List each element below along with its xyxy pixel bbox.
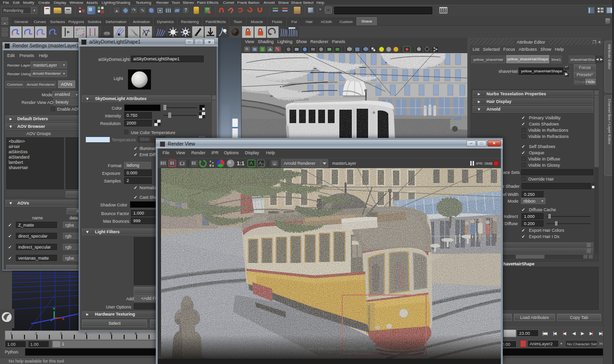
- svg-text:Y: Y: [53, 307, 56, 311]
- svg-text:1:1: 1:1: [237, 160, 244, 166]
- svg-text:Arnold Renderer: Arnold Renderer: [284, 161, 315, 166]
- svg-text:IPR: 0MB: IPR: 0MB: [476, 161, 492, 166]
- svg-text:masterLayer: masterLayer: [332, 161, 356, 166]
- svg-text:X: X: [62, 317, 65, 321]
